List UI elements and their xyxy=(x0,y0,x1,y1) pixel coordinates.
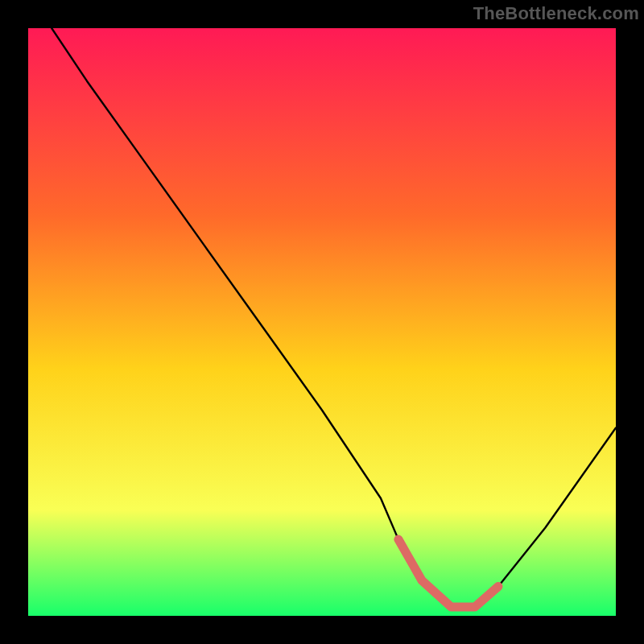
chart-frame: TheBottleneck.com xyxy=(0,0,644,644)
watermark-text: TheBottleneck.com xyxy=(473,3,639,24)
gradient-background xyxy=(28,28,616,616)
plot-area xyxy=(28,28,616,616)
bottleneck-chart xyxy=(28,28,616,616)
